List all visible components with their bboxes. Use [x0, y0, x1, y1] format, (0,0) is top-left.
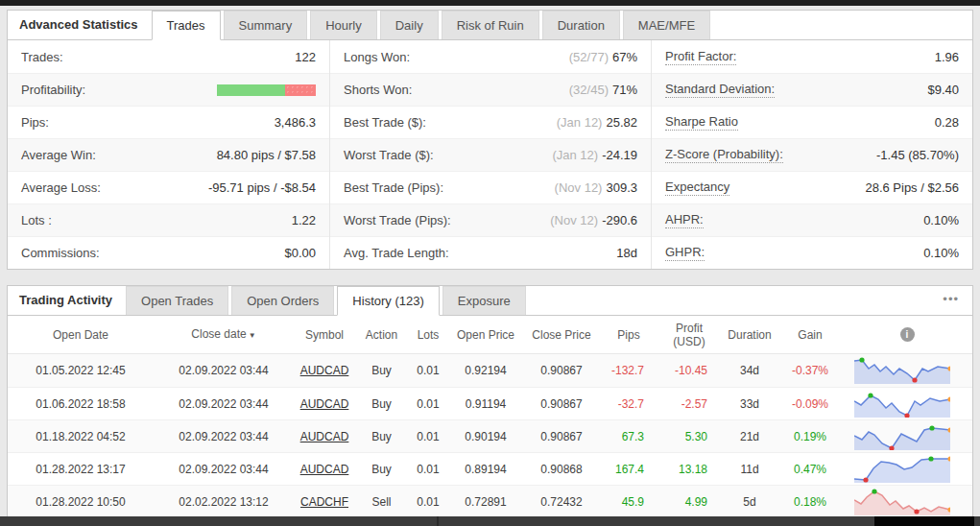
- tab-duration[interactable]: Duration: [542, 11, 620, 39]
- sort-desc-icon: ▼: [249, 331, 256, 340]
- cell-open-price: 0.89194: [448, 463, 523, 476]
- stat-label: Worst Trade ($):: [344, 148, 434, 162]
- cell-open-price: 0.92194: [448, 364, 523, 377]
- cell-duration: 5d: [721, 495, 778, 509]
- stat-label: Pips:: [21, 115, 49, 130]
- info-icon[interactable]: i: [900, 327, 915, 342]
- stat-value: -95.71 pips / -$8.54: [208, 180, 316, 195]
- cell-close-price: 0.90867: [523, 430, 600, 443]
- taskbar-divider: [437, 516, 439, 526]
- cell-profit: 5.30: [657, 430, 721, 443]
- statistics-grid: Trades:122Profitability:Pips:3,486.3Aver…: [8, 40, 972, 269]
- stat-label: Profitability:: [21, 83, 85, 97]
- tab-risk-of-ruin[interactable]: Risk of Ruin: [442, 11, 539, 39]
- stat-label[interactable]: AHPR:: [665, 212, 704, 228]
- tab-open-trades[interactable]: Open Trades: [126, 286, 228, 315]
- symbol-link[interactable]: AUDCAD: [300, 364, 349, 377]
- column-header-profit-usd[interactable]: Profit(USD): [657, 322, 721, 348]
- cell-gain: -0.09%: [778, 397, 842, 411]
- cell-close-price: 0.90867: [523, 397, 600, 411]
- column-header-pips[interactable]: Pips: [600, 328, 657, 342]
- cell-open-date: 01.06.2022 18:58: [8, 397, 154, 411]
- more-options-icon[interactable]: •••: [929, 286, 972, 315]
- cell-duration: 21d: [721, 430, 778, 443]
- column-header-action[interactable]: Action: [355, 328, 408, 342]
- column-header-symbol[interactable]: Symbol: [294, 328, 355, 342]
- column-header-lots[interactable]: Lots: [408, 328, 448, 342]
- column-header-close-date[interactable]: Close date▼: [154, 327, 294, 343]
- stats-column-2: Longs Won:(52/77)67%Shorts Won:(32/45)71…: [329, 40, 651, 269]
- stat-row-pips: Pips:3,486.3: [8, 106, 329, 138]
- sparkline-max-marker: [929, 425, 934, 430]
- history-table-row: 01.28.2022 13:1702.09.2022 03:44AUDCADBu…: [8, 452, 972, 485]
- stat-value-muted: (Nov 12): [550, 213, 598, 227]
- trade-sparkline-chart: [854, 357, 950, 384]
- cell-close-date: 02.09.2022 03:44: [154, 397, 294, 411]
- stat-value: (32/45)71%: [569, 83, 637, 97]
- stat-label[interactable]: Profit Factor:: [665, 49, 736, 65]
- stat-value: 3,486.3: [275, 115, 316, 130]
- stat-label[interactable]: Standard Deviation:: [665, 82, 775, 98]
- stat-label[interactable]: Sharpe Ratio: [665, 114, 738, 131]
- history-table-row: 01.05.2022 12:4502.09.2022 03:44AUDCADBu…: [8, 354, 972, 387]
- stat-row-expectancy: Expectancy28.6 Pips / $2.56: [652, 171, 972, 203]
- stat-value: 0.10%: [923, 213, 959, 227]
- symbol-link[interactable]: CADCHF: [300, 495, 348, 509]
- column-header-duration[interactable]: Duration: [721, 328, 778, 342]
- cell-action: Buy: [355, 364, 408, 377]
- column-header-open-date[interactable]: Open Date: [8, 328, 154, 342]
- stat-label: Avg. Trade Length:: [344, 246, 449, 260]
- sparkline-min-marker: [863, 477, 868, 482]
- stat-value: -1.45 (85.70%): [876, 148, 959, 162]
- stat-value: 0.10%: [923, 246, 959, 260]
- os-taskbar[interactable]: [0, 516, 980, 526]
- sparkline-max-marker: [859, 357, 864, 362]
- tab-hourly[interactable]: Hourly: [310, 11, 377, 39]
- tab-open-orders[interactable]: Open Orders: [231, 286, 334, 315]
- activity-panel-title: Trading Activity: [8, 286, 126, 315]
- cell-close-price: 0.90867: [523, 364, 600, 377]
- symbol-link[interactable]: AUDCAD: [300, 430, 349, 443]
- tab-summary[interactable]: Summary: [224, 11, 308, 39]
- info-column-header[interactable]: i: [842, 327, 972, 342]
- stat-row-lots: Lots :1.22: [8, 203, 329, 236]
- sparkline-cell: [842, 357, 972, 384]
- column-header-open-price[interactable]: Open Price: [448, 328, 523, 342]
- stat-label: Longs Won:: [344, 50, 410, 64]
- stat-row-profit-factor: Profit Factor:1.96: [652, 40, 972, 73]
- cell-profit: 13.18: [657, 463, 721, 476]
- stat-value: (Nov 12)-290.6: [550, 213, 637, 227]
- tab-daily[interactable]: Daily: [380, 11, 439, 39]
- cell-symbol: AUDCAD: [294, 397, 355, 411]
- stat-row-best-trade-pips: Best Trade (Pips):(Nov 12)309.3: [330, 171, 651, 203]
- trade-sparkline-chart: [854, 391, 950, 418]
- cell-lots: 0.01: [408, 463, 448, 476]
- spacer: [713, 11, 972, 39]
- tab-mae-mfe[interactable]: MAE/MFE: [623, 11, 710, 39]
- stat-row-average-loss: Average Loss:-95.71 pips / -$8.54: [8, 171, 329, 203]
- sparkline-max-marker: [868, 393, 872, 397]
- stat-label[interactable]: Z-Score (Probability):: [665, 147, 783, 163]
- cell-action: Sell: [355, 495, 408, 509]
- tab-history-123[interactable]: History (123): [337, 286, 439, 316]
- tab-exposure[interactable]: Exposure: [442, 286, 526, 315]
- stat-row-best-trade: Best Trade ($):(Jan 12)25.82: [330, 106, 651, 138]
- advanced-statistics-panel: Advanced Statistics TradesSummaryHourlyD…: [7, 10, 973, 270]
- cell-lots: 0.01: [408, 397, 448, 411]
- stat-row-shorts-won: Shorts Won:(32/45)71%: [330, 73, 651, 106]
- symbol-link[interactable]: AUDCAD: [300, 397, 349, 411]
- taskbar-window-segment[interactable]: [874, 516, 974, 526]
- column-header-close-price[interactable]: Close Price: [523, 328, 600, 342]
- stat-label[interactable]: GHPR:: [665, 245, 705, 261]
- column-header-gain[interactable]: Gain: [778, 328, 842, 342]
- stat-label[interactable]: Expectancy: [665, 179, 729, 196]
- sparkline-min-marker: [912, 377, 917, 382]
- cell-symbol: CADCHF: [294, 495, 355, 509]
- tab-trades[interactable]: Trades: [152, 11, 221, 40]
- stat-value-muted: (Jan 12): [557, 115, 603, 130]
- symbol-link[interactable]: AUDCAD: [300, 463, 349, 476]
- stat-row-trades: Trades:122: [8, 40, 329, 73]
- trade-sparkline-chart: [854, 423, 950, 450]
- history-table-row: 01.28.2022 10:5002.02.2022 13:12CADCHFSe…: [8, 485, 972, 517]
- stat-row-sharpe-ratio: Sharpe Ratio0.28: [652, 106, 972, 138]
